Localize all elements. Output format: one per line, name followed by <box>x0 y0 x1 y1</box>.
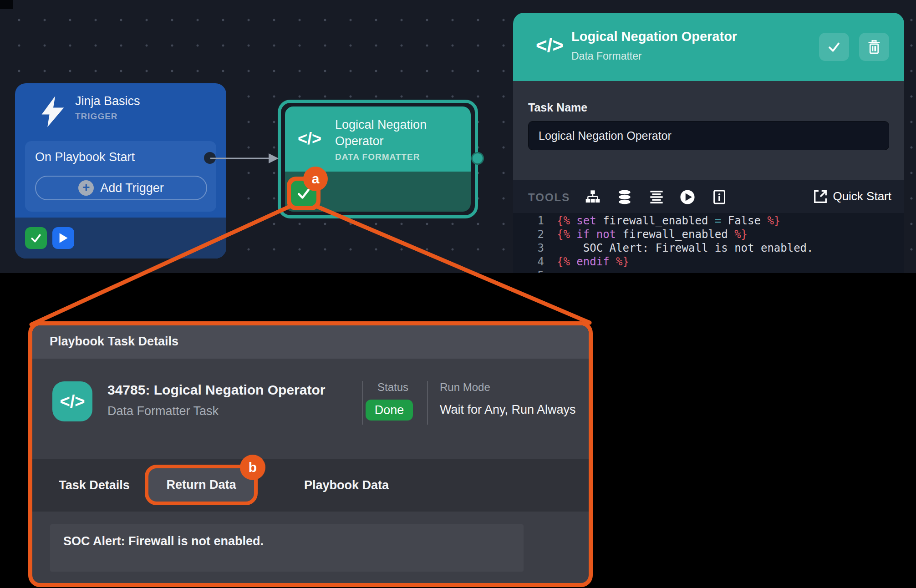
run-preview-icon[interactable] <box>680 189 695 205</box>
node-valid-check-button[interactable] <box>25 227 47 249</box>
formatter-output-port-dot[interactable] <box>471 152 484 165</box>
task-type-icon: </> <box>52 381 92 421</box>
status-label: Status <box>377 381 408 394</box>
code-lines: 1{% set firewall_enabled = False %}2{% i… <box>513 214 904 273</box>
divider <box>427 381 428 425</box>
formatter-node-type: DATA FORMATTER <box>335 152 420 162</box>
trigger-item-label: On Playbook Start <box>35 150 135 164</box>
task-subtitle: Data Formatter Task <box>107 404 219 418</box>
lightning-bolt-icon <box>41 96 65 129</box>
trigger-node[interactable]: Jinja Basics TRIGGER On Playbook Start +… <box>15 83 226 259</box>
code-icon: </> <box>60 392 85 411</box>
tab-task-details[interactable]: Task Details <box>49 459 140 512</box>
task-config-panel: </> Logical Negation Operator Data Forma… <box>513 13 904 273</box>
annotation-b-badge: b <box>240 455 265 480</box>
screen: Jinja Basics TRIGGER On Playbook Start +… <box>0 0 916 588</box>
trigger-list-panel: On Playbook Start + Add Trigger <box>25 141 216 212</box>
return-data-box: SOC Alert: Firewall is not enabled. <box>50 524 524 572</box>
task-title: 34785: Logical Negation Operator <box>107 382 325 398</box>
trigger-node-footer <box>15 218 226 259</box>
panel-title: Logical Negation Operator <box>571 29 737 44</box>
code-line: 1{% set firewall_enabled = False %} <box>513 214 904 228</box>
task-name-section: Task Name Logical Negation Operator <box>513 81 904 180</box>
annotation-a-badge: a <box>303 167 328 191</box>
code-line: 3 SOC Alert: Firewall is not enabled. <box>513 241 904 255</box>
node-run-button[interactable] <box>52 227 74 249</box>
task-name-input[interactable]: Logical Negation Operator <box>528 121 889 150</box>
tools-label: TOOLS <box>528 191 570 204</box>
tab-playbook-data[interactable]: Playbook Data <box>278 459 415 512</box>
code-line: 5 <box>513 269 904 273</box>
code-icon: </> <box>298 129 321 148</box>
trigger-node-title: Jinja Basics <box>75 94 140 108</box>
quick-start-button[interactable]: Quick Start <box>814 189 891 203</box>
add-trigger-button[interactable]: + Add Trigger <box>35 176 207 200</box>
playbook-task-details-modal: Playbook Task Details </> 34785: Logical… <box>28 321 593 587</box>
output-port-dot[interactable] <box>204 152 216 164</box>
quick-start-label: Quick Start <box>833 189 891 203</box>
run-mode-label: Run Mode <box>440 381 490 394</box>
formatter-title-line1: Logical Negation <box>335 117 427 133</box>
file-info-icon[interactable] <box>712 189 727 205</box>
trigger-node-type: TRIGGER <box>75 112 118 122</box>
align-lines-icon[interactable] <box>649 189 664 205</box>
save-task-button[interactable] <box>819 33 849 61</box>
add-trigger-label: Add Trigger <box>100 181 164 195</box>
sitemap-icon[interactable] <box>585 189 600 205</box>
corner-notch <box>0 0 13 9</box>
code-line: 4{% endif %} <box>513 255 904 269</box>
tabs-strip: Task Details Return Data b Playbook Data <box>32 459 589 512</box>
external-link-icon <box>814 190 827 203</box>
code-editor[interactable]: 1{% set firewall_enabled = False %}2{% i… <box>513 213 904 273</box>
database-icon[interactable] <box>617 189 632 205</box>
status-badge: Done <box>366 400 413 421</box>
return-data-text: SOC Alert: Firewall is not enabled. <box>63 534 264 548</box>
plus-icon: + <box>78 180 94 196</box>
formatter-title-line2: Operator <box>335 133 427 149</box>
tools-toolbar: TOOLS <box>513 180 904 213</box>
modal-title: Playbook Task Details <box>50 335 178 349</box>
formatter-node-title: Logical Negation Operator <box>335 117 427 149</box>
panel-header: </> Logical Negation Operator Data Forma… <box>513 13 904 81</box>
delete-task-button[interactable] <box>859 33 889 61</box>
run-mode-value: Wait for Any, Run Always <box>440 403 576 417</box>
task-name-label: Task Name <box>528 101 587 114</box>
modal-header: Playbook Task Details <box>32 325 589 359</box>
panel-subtitle: Data Formatter <box>571 50 642 62</box>
divider <box>362 381 363 425</box>
code-line: 2{% if not firewall_enabled %} <box>513 228 904 241</box>
trigger-node-header: Jinja Basics TRIGGER <box>15 83 226 141</box>
code-icon: </> <box>536 35 564 56</box>
